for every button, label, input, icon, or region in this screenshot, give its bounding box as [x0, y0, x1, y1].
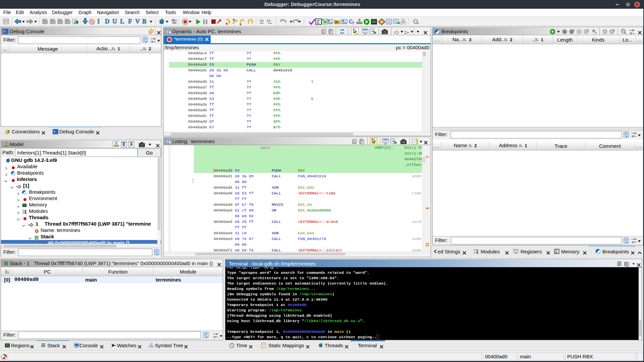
svg-text:01: 01 [317, 22, 319, 24]
svg-text:01: 01 [555, 251, 558, 254]
svg-text:f: f [353, 20, 355, 25]
svg-text:DT: DT [335, 21, 338, 23]
